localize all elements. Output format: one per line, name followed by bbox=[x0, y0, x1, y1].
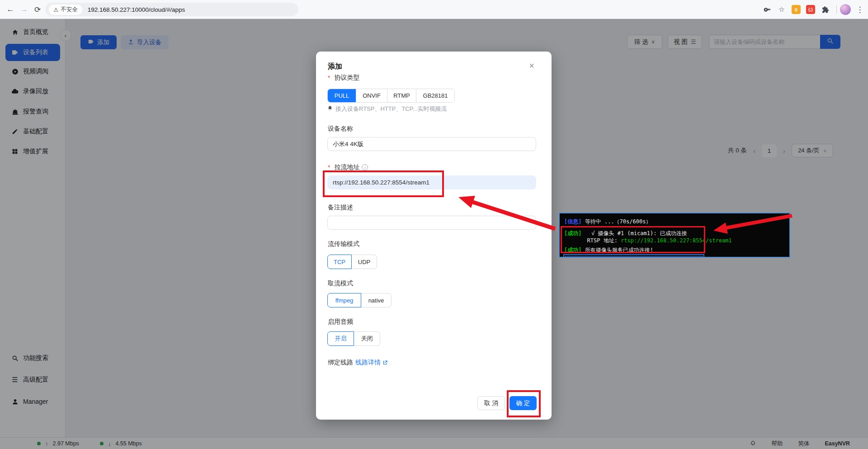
stream-mode-segmented: ffmpeg native bbox=[327, 293, 392, 307]
profile-avatar[interactable] bbox=[840, 4, 851, 15]
remark-input[interactable] bbox=[327, 216, 536, 230]
bookmark-star-icon[interactable]: ☆ bbox=[775, 3, 788, 16]
browser-forward-icon[interactable]: → bbox=[18, 4, 30, 15]
protocol-option-onvif[interactable]: ONVIF bbox=[356, 89, 387, 102]
terminal-line: [信息] 等待中 ...（70s/600s） bbox=[564, 218, 651, 226]
audio-segmented: 开启 关闭 bbox=[327, 331, 380, 346]
audio-option-off[interactable]: 关闭 bbox=[354, 331, 380, 346]
audio-option-on[interactable]: 开启 bbox=[327, 331, 354, 346]
url-text: 192.168.50.227:10000/cloud/#/apps bbox=[88, 6, 185, 13]
close-icon[interactable]: × bbox=[525, 59, 538, 72]
transport-option-tcp[interactable]: TCP bbox=[327, 255, 352, 269]
security-chip[interactable]: ⚠ 不安全 bbox=[49, 5, 82, 15]
protocol-label: 协议类型 bbox=[328, 74, 359, 82]
audio-label: 启用音频 bbox=[328, 318, 353, 326]
browser-toolbar: ← → ⟳ ⚠ 不安全 192.168.50.227:10000/cloud/#… bbox=[0, 0, 868, 19]
add-device-modal: 添加 × 协议类型 PULL ONVIF RTMP GB28181 接入设备RT… bbox=[316, 52, 552, 420]
bind-line-label: 绑定线路 bbox=[328, 359, 353, 367]
browser-actions: ☆ ≣ {;} ⋮ bbox=[761, 0, 868, 19]
remark-label: 备注描述 bbox=[328, 203, 353, 212]
bind-line-row: 绑定线路 线路详情 bbox=[328, 359, 388, 367]
extension-docs-icon[interactable]: ≣ bbox=[790, 3, 802, 16]
protocol-hint: 接入设备RTSP、HTTP、TCP...实时视频流 bbox=[327, 105, 447, 113]
stream-mode-option-ffmpeg[interactable]: ffmpeg bbox=[327, 293, 361, 307]
info-icon[interactable]: i bbox=[362, 164, 368, 170]
modal-title: 添加 bbox=[328, 62, 342, 71]
browser-menu-icon[interactable]: ⋮ bbox=[854, 3, 866, 16]
password-key-icon[interactable] bbox=[761, 3, 774, 16]
extension-json-icon[interactable]: {;} bbox=[804, 3, 817, 16]
security-label: 不安全 bbox=[61, 6, 78, 14]
browser-back-icon[interactable]: ← bbox=[5, 4, 16, 15]
protocol-option-rtmp[interactable]: RTMP bbox=[387, 89, 416, 102]
bell-icon bbox=[327, 105, 333, 113]
address-bar[interactable]: ⚠ 不安全 192.168.50.227:10000/cloud/#/apps bbox=[45, 3, 298, 16]
screen: ← → ⟳ ⚠ 不安全 192.168.50.227:10000/cloud/#… bbox=[0, 0, 868, 449]
transport-option-udp[interactable]: UDP bbox=[352, 255, 377, 269]
transport-mode-label: 流传输模式 bbox=[328, 240, 359, 248]
transport-segmented: TCP UDP bbox=[327, 255, 377, 269]
protocol-hint-text: 接入设备RTSP、HTTP、TCP...实时视频流 bbox=[335, 105, 447, 113]
protocol-option-pull[interactable]: PULL bbox=[328, 89, 356, 102]
cancel-button[interactable]: 取 消 bbox=[477, 396, 505, 410]
stream-mode-option-native[interactable]: native bbox=[361, 293, 392, 307]
device-name-input[interactable] bbox=[327, 137, 536, 151]
divider bbox=[836, 5, 837, 14]
external-link-icon bbox=[382, 360, 388, 365]
browser-reload-icon[interactable]: ⟳ bbox=[32, 4, 43, 15]
annotation-box-pull-url bbox=[323, 170, 444, 197]
protocol-segmented: PULL ONVIF RTMP GB28181 bbox=[327, 89, 455, 103]
line-details-link[interactable]: 线路详情 bbox=[355, 359, 388, 367]
device-name-label: 设备名称 bbox=[328, 125, 353, 133]
annotation-box-confirm bbox=[507, 390, 541, 417]
warning-icon: ⚠ bbox=[53, 6, 58, 13]
terminal-partial-box bbox=[563, 254, 704, 258]
annotation-box-terminal bbox=[561, 226, 705, 253]
stream-mode-label: 取流模式 bbox=[328, 279, 353, 288]
extensions-puzzle-icon[interactable] bbox=[819, 3, 831, 16]
protocol-option-gb28181[interactable]: GB28181 bbox=[416, 89, 454, 102]
